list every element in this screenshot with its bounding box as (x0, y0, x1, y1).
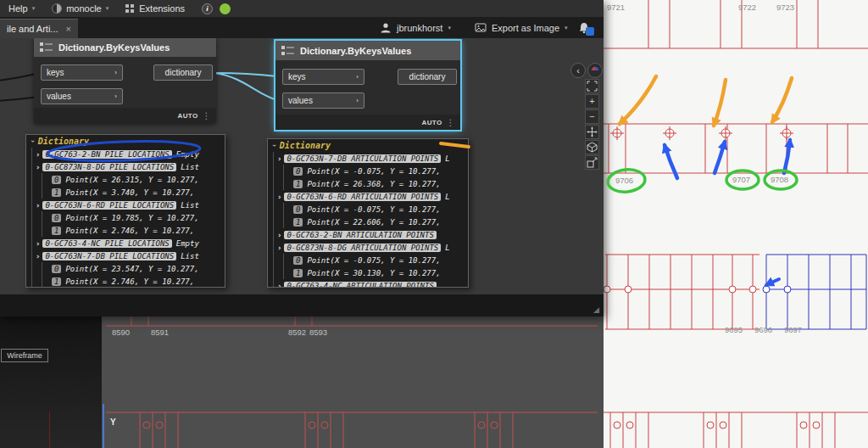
item-index: 0 (52, 176, 61, 184)
dict-value-type: List (181, 201, 199, 210)
dynamo-canvas[interactable]: Dictionary.ByKeysValues keys › values › … (0, 38, 604, 294)
menu-extensions[interactable]: Extensions (125, 3, 185, 14)
watch-panel-pile-locations[interactable]: › Dictionary ›0-GC763-2-BN PILE LOCATION… (25, 134, 225, 288)
port-label: values (288, 96, 313, 105)
dict-item-row: 1Point(X = 2.746, Y = 10.277, (34, 224, 225, 237)
item-value: Point(X = -0.075, Y = 10.277, (307, 205, 440, 214)
cad-viewport-white[interactable]: 9721 9722 9723 9706 9707 9708 9695 9696 … (604, 0, 868, 448)
zoom-in-button[interactable]: + (585, 94, 599, 109)
cad-label: 8591 (151, 328, 169, 337)
node-menu-icon[interactable]: ⋮ (203, 111, 211, 120)
menu-monocle[interactable]: monocle ▾ (52, 3, 108, 14)
output-port-dictionary[interactable]: dictionary (153, 64, 213, 81)
cad-line (49, 412, 50, 448)
node-dictionary-bykeysvalues-1[interactable]: Dictionary.ByKeysValues keys › values › … (34, 38, 216, 123)
tree-guide (42, 186, 49, 199)
cad-label: 8590 (112, 328, 130, 337)
visual-style-control[interactable]: Wireframe (1, 349, 48, 362)
item-index: 0 (293, 167, 303, 176)
geometry-scaling-button[interactable] (585, 155, 599, 170)
lacing-label[interactable]: AUTO (177, 112, 198, 120)
expand-icon[interactable]: › (36, 201, 40, 210)
node-header[interactable]: Dictionary.ByKeysValues (275, 41, 460, 60)
fit-to-screen-button[interactable] (585, 79, 599, 93)
export-as-image-button[interactable]: Export as Image ▾ (475, 17, 568, 38)
dict-item-row: 0Point(X = 23.547, Y = 10.277, (34, 262, 225, 275)
plus-icon: + (589, 97, 594, 106)
dict-value-type: List (181, 163, 199, 171)
cad-viewport-dark: Wireframe (0, 316, 102, 448)
expand-icon[interactable]: › (36, 163, 40, 171)
resize-grip-icon[interactable]: ◢ (593, 305, 599, 314)
zoom-controls: + − (585, 79, 599, 170)
dict-key-row[interactable]: ›0-GC763N-7-DB PILE LOCATIONSList (34, 249, 225, 262)
collapse-icon[interactable]: › (270, 143, 278, 148)
menu-help[interactable]: Help ▾ (8, 3, 35, 14)
item-value: Point(X = 26.315, Y = 10.277, (65, 176, 198, 184)
menu-label: monocle (66, 3, 102, 14)
close-icon[interactable]: × (66, 24, 71, 34)
dict-key: 0-GC763N-6-RD ARTICULATION POINTS (284, 193, 441, 201)
node-footer: AUTO ⋮ (275, 115, 460, 130)
menu-bar: Help ▾ monocle ▾ Extensions i (0, 0, 604, 17)
item-index: 1 (52, 188, 61, 197)
dict-value-type: L (445, 154, 449, 163)
dict-key-row[interactable]: ›0-GC763N-6-RD PILE LOCATIONSList (34, 199, 225, 211)
port-label: keys (288, 72, 306, 81)
input-port-keys[interactable]: keys › (282, 69, 364, 85)
zoom-out-button[interactable]: − (585, 109, 599, 124)
dict-item-row: 1Point(X = 2.746, Y = 10.277, (34, 275, 225, 288)
cad-viewport-gray[interactable]: 8590 8591 8592 8593 Y (102, 316, 604, 448)
lacing-label[interactable]: AUTO (421, 119, 442, 126)
cad-label: 8592 (288, 328, 306, 337)
output-port-dictionary[interactable]: dictionary (398, 69, 457, 85)
port-arrow-icon: › (356, 97, 359, 104)
item-index: 0 (293, 256, 303, 265)
input-port-values[interactable]: values › (41, 88, 123, 104)
notifications[interactable] (578, 17, 590, 38)
expand-icon[interactable]: › (277, 193, 281, 201)
expand-icon[interactable]: › (277, 231, 281, 239)
preview-navigation-icon[interactable] (587, 63, 603, 78)
info-icon[interactable]: i (202, 3, 213, 14)
dict-key: 0-GC763-2-BN ARTICULATION POINTS (284, 231, 436, 239)
workspace-tab[interactable]: ile and Arti... × (0, 19, 78, 38)
dict-key-row[interactable]: ›0-GC763-4-NC PILE LOCATIONSEmpty (34, 237, 225, 249)
bell-icon[interactable] (578, 22, 590, 34)
dictionary-rows: ›0-GC763N-7-DB ARTICULATION POINTSL 0Poi… (273, 152, 468, 288)
expand-icon[interactable]: › (277, 154, 281, 163)
expand-icon[interactable]: › (277, 282, 281, 288)
dict-key-row[interactable]: ›0-GC763N-6-RD ARTICULATION POINTSL (275, 190, 468, 203)
node-menu-icon[interactable]: ⋮ (447, 118, 455, 127)
dict-key-row[interactable]: ›0-GC763-2-BN PILE LOCATIONSEmpty (34, 148, 225, 160)
expand-icon[interactable]: › (36, 150, 40, 159)
dict-key-row[interactable]: ›0-GC873N-8-DG ARTICULATION POINTSL (275, 241, 468, 254)
expand-icon[interactable]: › (36, 252, 40, 260)
tree-guide (42, 211, 49, 224)
dict-key-row[interactable]: ›0-GC873N-8-DG PILE LOCATIONSList (34, 160, 225, 173)
dict-key-row[interactable]: ›0-GC763-2-BN ARTICULATION POINTS (275, 228, 468, 241)
pan-button[interactable] (585, 125, 599, 139)
user-menu[interactable]: jbrunkhorst ▾ (380, 17, 451, 38)
orbit-button[interactable] (585, 140, 599, 154)
dict-item-row: 0Point(X = 19.785, Y = 10.277, (34, 211, 225, 224)
input-port-values[interactable]: values › (282, 92, 364, 109)
expand-icon[interactable]: › (277, 244, 281, 252)
item-index: 0 (52, 214, 61, 222)
collapse-panel-button[interactable]: ‹ (570, 63, 586, 78)
notification-green-icon[interactable] (220, 3, 231, 14)
expand-icon[interactable]: › (36, 239, 40, 248)
dict-key: 0-GC873N-8-DG ARTICULATION POINTS (284, 244, 441, 252)
node-footer: AUTO ⋮ (34, 108, 216, 123)
input-port-keys[interactable]: keys › (41, 64, 123, 81)
dict-key-row[interactable]: ›0-GC763-4-NC ARTICULATION POINTS (275, 279, 468, 288)
dict-key-row[interactable]: ›0-GC763N-7-DB ARTICULATION POINTSL (275, 152, 468, 165)
collapse-icon[interactable]: › (29, 139, 36, 143)
export-image-icon (475, 22, 487, 33)
dict-item-row: 1Point(X = 26.368, Y = 10.277, (275, 177, 468, 190)
node-dictionary-bykeysvalues-2[interactable]: Dictionary.ByKeysValues keys › values › … (275, 41, 460, 130)
cad-label: 9721 (607, 3, 625, 12)
node-header[interactable]: Dictionary.ByKeysValues (34, 38, 216, 57)
tree-guide (283, 254, 291, 266)
watch-panel-articulation-points[interactable]: › Dictionary ›0-GC763N-7-DB ARTICULATION… (267, 138, 469, 288)
